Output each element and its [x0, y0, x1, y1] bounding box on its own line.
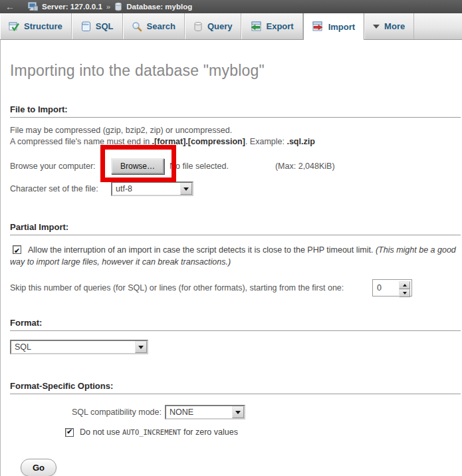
format-select-row: SQL — [10, 340, 461, 354]
section-heading-partial: Partial Import: — [10, 222, 461, 235]
allow-interruption-label: Allow the interruption of an import in c… — [28, 245, 376, 255]
tab-label: Export — [266, 21, 293, 31]
query-icon — [193, 21, 203, 32]
import-icon — [312, 21, 324, 32]
search-icon — [132, 21, 142, 32]
tab-search[interactable]: Search — [123, 13, 185, 39]
sql-icon — [80, 21, 91, 32]
name-rule-prefix: A compressed file's name must end in — [10, 137, 152, 146]
database-icon — [114, 2, 122, 11]
autoinc-prefix: Do not use — [80, 427, 122, 437]
go-button[interactable]: Go — [21, 459, 57, 476]
dropdown-arrow-icon[interactable] — [180, 183, 192, 195]
sql-compatibility-select[interactable]: NONE — [165, 405, 245, 419]
section-heading-format: Format: — [10, 318, 461, 331]
dropdown-arrow-icon[interactable] — [135, 341, 147, 353]
autoinc-code: AUTO_INCREMENT — [122, 428, 181, 436]
tab-import[interactable]: Import — [303, 13, 364, 40]
spinner-down-button[interactable] — [399, 289, 410, 297]
breadcrumb-bar: ← Server: 127.0.0.1 » Database: myblog — [0, 0, 462, 13]
spinner-up-button[interactable] — [399, 281, 410, 289]
tab-label: Import — [328, 22, 355, 32]
tab-label: SQL — [96, 21, 114, 31]
skip-queries-label: Skip this number of queries (for SQL) or… — [10, 283, 344, 293]
sql-compatibility-value: NONE — [166, 406, 232, 418]
allow-interruption-row: Allow the interruption of an import in c… — [10, 244, 461, 268]
chevron-down-icon — [373, 25, 380, 32]
charset-label: Character set of the file: — [10, 184, 111, 193]
no-file-text: No file selected. — [170, 162, 229, 171]
page-title: Importing into the database "myblog" — [10, 40, 461, 80]
tab-sql[interactable]: SQL — [72, 13, 123, 39]
charset-select[interactable]: utf-8 — [111, 181, 193, 196]
number-spinner — [399, 281, 410, 295]
sql-compatibility-label: SQL compatibility mode: — [10, 408, 162, 417]
server-icon — [28, 2, 38, 11]
tab-query[interactable]: Query — [185, 13, 242, 39]
skip-queries-value: 0 — [374, 281, 399, 295]
allow-interruption-checkbox[interactable] — [13, 245, 21, 254]
compress-hint: File may be compressed (gzip, bzip2, zip… — [10, 126, 232, 135]
import-page: Importing into the database "myblog" Fil… — [0, 40, 462, 476]
charset-row: Character set of the file: utf-8 — [10, 181, 461, 197]
tab-label: Structure — [24, 21, 62, 31]
tab-label: Query — [207, 21, 233, 31]
tab-export[interactable]: Export — [241, 13, 302, 39]
breadcrumb-database[interactable]: Database: myblog — [126, 3, 192, 11]
dropdown-arrow-icon[interactable] — [232, 406, 244, 418]
autoinc-suffix: for zero values — [181, 427, 237, 437]
format-select[interactable]: SQL — [10, 340, 148, 354]
file-upload-row: Browse your computer: Browse… No file se… — [10, 158, 461, 175]
skip-queries-row: Skip this number of queries (for SQL) or… — [10, 279, 461, 297]
auto-increment-label: Do not use AUTO_INCREMENT for zero value… — [80, 427, 238, 437]
left-arrow-icon[interactable]: ← — [5, 2, 15, 11]
tab-bar: Structure SQL Search Query — [0, 13, 462, 40]
auto-increment-row: Do not use AUTO_INCREMENT for zero value… — [65, 427, 461, 437]
section-heading-file: File to Import: — [10, 104, 461, 118]
charset-selected-value: utf-8 — [112, 183, 180, 195]
file-hint-text: File may be compressed (gzip, bzip2, zip… — [10, 125, 461, 148]
name-rule-pattern: .[format].[compression] — [152, 137, 245, 146]
export-icon — [250, 21, 261, 32]
format-selected-value: SQL — [11, 341, 135, 353]
breadcrumb-separator: » — [106, 3, 110, 11]
skip-queries-input[interactable]: 0 — [372, 279, 412, 297]
max-size-text: (Max: 2,048KiB) — [275, 162, 335, 171]
tab-more[interactable]: More — [364, 13, 414, 39]
tab-label: More — [384, 21, 405, 31]
auto-increment-checkbox[interactable] — [65, 428, 74, 437]
browse-button[interactable]: Browse… — [111, 158, 164, 174]
section-heading-options: Format-Specific Options: — [10, 381, 461, 394]
tab-label: Search — [147, 21, 175, 31]
name-rule-example: .sql.zip — [287, 137, 314, 146]
structure-icon — [9, 21, 19, 32]
browse-label: Browse your computer: — [10, 162, 111, 171]
name-rule-mid: . Example: — [245, 137, 287, 146]
breadcrumb-server[interactable]: Server: 127.0.0.1 — [42, 3, 102, 11]
tab-structure[interactable]: Structure — [0, 13, 72, 39]
sql-compatibility-row: SQL compatibility mode: NONE — [10, 404, 461, 420]
